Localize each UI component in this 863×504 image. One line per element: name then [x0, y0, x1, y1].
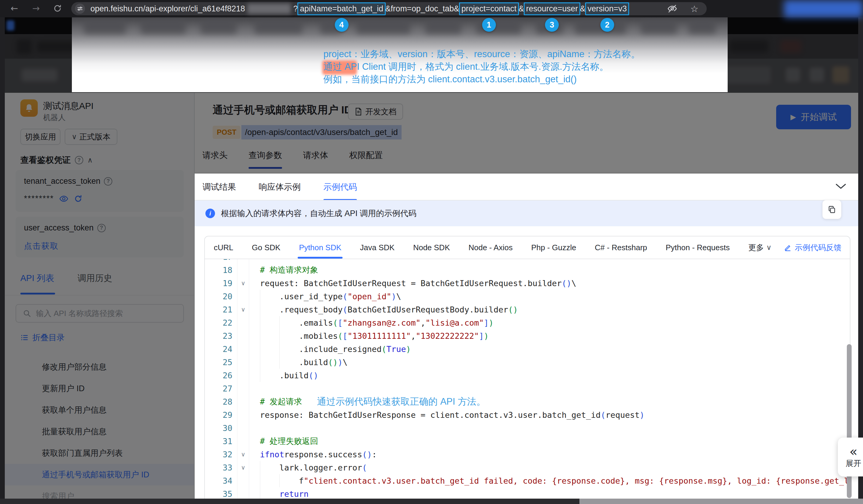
url-params: ?apiName=batch_get_id&from=op_doc_tab&pr… — [293, 2, 629, 15]
line-number: 32 — [205, 450, 237, 459]
code-text: .mobiles(["13011111111", "13022222222"]) — [249, 329, 489, 342]
line-number: 28 — [205, 397, 237, 406]
code-line: 20.user_id_type("open_id") \ — [205, 290, 850, 303]
sdk-tab[interactable]: Node SDK — [413, 237, 450, 259]
sdk-tab[interactable]: Go SDK — [252, 237, 280, 259]
fold-icon[interactable]: ∨ — [237, 277, 249, 290]
copy-icon — [828, 205, 836, 214]
tab-label: Python - Requests — [666, 243, 730, 252]
fold-icon[interactable]: ∨ — [237, 461, 249, 474]
code-token: ] — [479, 331, 484, 341]
site-settings-icon[interactable] — [75, 3, 85, 14]
url-param-text: & — [580, 4, 585, 13]
code-line: 26.build() — [205, 369, 850, 382]
fold-gutter — [237, 342, 249, 355]
indent-guide — [260, 474, 279, 487]
code-token: "client.contact.v3.user.batch_get_id fai… — [304, 476, 850, 486]
result-tab[interactable]: 调试结果 — [202, 181, 236, 201]
blurred-content — [254, 20, 302, 34]
code-line: 19∨request: BatchGetIdUserRequest = Batc… — [205, 277, 850, 290]
url-param-highlight: version=v3 — [585, 2, 629, 15]
indent-guide — [260, 329, 279, 342]
line-number: 23 — [205, 331, 237, 341]
browser-profile-blurred — [784, 0, 863, 17]
url-param-highlight: apiName=batch_get_id — [297, 2, 385, 15]
fold-icon[interactable]: ∨ — [237, 303, 249, 316]
code-token: [ — [342, 331, 347, 341]
indent-guide — [279, 355, 299, 369]
code-token: \ — [571, 279, 576, 288]
sdk-tab[interactable]: 更多∨ — [748, 237, 772, 259]
code-token: [ — [338, 318, 342, 327]
fold-icon[interactable]: ∨ — [237, 448, 249, 461]
code-token: "zhangsan@z.com" — [342, 318, 421, 327]
tab-label: 示例代码 — [323, 182, 357, 191]
code-text: response: BatchGetIdUserResponse = clien… — [249, 410, 645, 420]
fold-gutter — [237, 290, 249, 303]
code-line: 24.include_resigned(True) — [205, 342, 850, 355]
line-number: 29 — [205, 410, 237, 420]
line-number: 19 — [205, 279, 237, 288]
code-token: .mobiles — [299, 331, 338, 341]
code-feedback-link[interactable]: 示例代码反馈 — [784, 237, 841, 259]
info-text: 根据输入的请求体内容，自动生成 API 调用的示例代码 — [221, 208, 416, 219]
code-token: ] — [484, 318, 489, 327]
code-token: , — [421, 318, 425, 327]
indent-guide — [279, 329, 299, 342]
code-text: # 处理失败返回 — [249, 436, 318, 446]
expand-panel-button[interactable]: « 展开 — [838, 438, 863, 477]
url-redacted-segment — [247, 3, 291, 14]
code-editor[interactable]: 1718# 构造请求对象19∨request: BatchGetIdUserRe… — [205, 259, 850, 499]
copy-code-button[interactable] — [822, 200, 841, 219]
collapse-panel-icon[interactable] — [836, 182, 846, 191]
browser-forward-button[interactable]: → — [30, 2, 42, 14]
line-number: 21 — [205, 305, 237, 314]
code-token: request — [605, 410, 640, 420]
sdk-tab[interactable]: Python - Requests — [666, 237, 730, 259]
code-lines: 1718# 构造请求对象19∨request: BatchGetIdUserRe… — [205, 259, 850, 499]
tour-step-badge: 2 — [600, 18, 614, 32]
result-tab[interactable]: 响应体示例 — [259, 181, 301, 201]
code-text: f"client.contact.v3.user.batch_get_id fa… — [249, 474, 850, 487]
browser-refresh-button[interactable] — [51, 2, 63, 14]
code-token: () — [562, 279, 572, 288]
sdk-tab[interactable]: Java SDK — [360, 237, 395, 259]
code-token: not — [270, 450, 285, 459]
tour-annotation-line: 通过 API Client 调用时，格式为 client.业务域.版本号.资源.… — [323, 61, 609, 73]
code-token: () — [508, 305, 518, 314]
line-number: 17 — [205, 259, 237, 262]
url-text: open.feishu.cn/api-explorer/cli_a61e4f82… — [90, 2, 629, 15]
code-token: ( — [362, 463, 367, 472]
code-line: 27 — [205, 382, 850, 395]
code-line: 23.mobiles(["13011111111", "13022222222"… — [205, 329, 850, 342]
sdk-tab[interactable]: Php - Guzzle — [531, 237, 576, 259]
code-token: if — [260, 450, 270, 459]
code-text: if not response.success(): — [249, 450, 377, 459]
result-tab[interactable]: 示例代码 — [323, 181, 357, 201]
browser-back-button[interactable]: ← — [8, 2, 20, 14]
tour-step-badge: 4 — [335, 18, 349, 32]
address-bar[interactable]: open.feishu.cn/api-explorer/cli_a61e4f82… — [71, 2, 707, 15]
tab-label: Php - Guzzle — [531, 243, 576, 252]
sdk-tab[interactable]: Node - Axios — [468, 237, 512, 259]
indent-guide — [260, 369, 279, 382]
code-line: 33∨lark.logger.error( — [205, 461, 850, 474]
indent-guide — [260, 461, 279, 474]
password-hidden-icon[interactable] — [667, 3, 677, 14]
indent-guide — [260, 355, 279, 369]
sdk-tab[interactable]: cURL — [214, 237, 233, 259]
horizontal-scrollbar-track[interactable] — [579, 499, 863, 504]
tour-overlay-panel: project：业务域、version：版本号、resource：资源、apiN… — [72, 17, 728, 92]
sdk-tab[interactable]: Python SDK — [299, 237, 341, 259]
bookmark-star-icon[interactable]: ☆ — [689, 3, 700, 14]
browser-toolbar: ← → open.feishu.cn/api-explorer/cli_a61e… — [0, 0, 863, 17]
code-token: ( — [342, 305, 347, 314]
fold-gutter — [237, 355, 249, 369]
sdk-tab[interactable]: C# - Restsharp — [595, 237, 647, 259]
code-token: .request_body — [279, 305, 342, 314]
fold-gutter — [237, 329, 249, 342]
line-number: 27 — [205, 384, 237, 393]
url-param-highlight: project=contact — [459, 2, 519, 15]
code-token: .include_resigned — [299, 344, 382, 354]
indent-guide — [279, 342, 299, 355]
